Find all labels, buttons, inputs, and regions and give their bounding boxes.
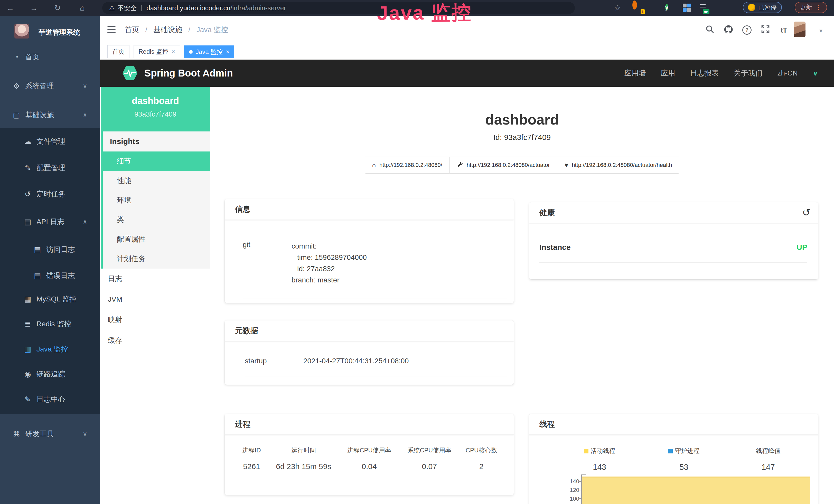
app-logo-row[interactable]: 芋道管理系统 [0, 20, 100, 45]
menu-item-metrics[interactable]: 性能 [103, 171, 210, 190]
sidebar-item-java-monitor[interactable]: ▥ Java 监控 [0, 336, 100, 362]
monitor-icon: ▢ [11, 102, 22, 128]
dashboard-icon: ◔ [11, 44, 22, 70]
locale-caret-icon[interactable]: ∨ [813, 69, 818, 77]
sidebar-item-home[interactable]: ◔ 首页 [0, 44, 100, 70]
sidebar-item-api-logs[interactable]: ▤ API 日志 ∧ [0, 209, 100, 235]
url-host: dashboard.yudao.iocoder.cn [147, 4, 231, 12]
menu-item-environment[interactable]: 环境 [103, 190, 210, 210]
address-bar[interactable]: ⚠ 不安全 dashboard.yudao.iocoder.cn/infra/a… [102, 2, 575, 14]
paused-label: 已暂停 [758, 3, 777, 12]
menu-item-details[interactable]: 细节 [101, 152, 210, 171]
menu-item-caches[interactable]: 缓存 [101, 330, 210, 351]
tick-mark [578, 489, 581, 490]
sba-nav-wallboard[interactable]: 应用墙 [624, 68, 646, 78]
home-icon[interactable]: ⌂ [74, 0, 90, 16]
sidebar-item-tracing[interactable]: ◉ 链路追踪 [0, 361, 100, 387]
metadata-key: startup [245, 357, 303, 365]
service-url-button[interactable]: ⌂ http://192.168.0.2:48080/ [365, 157, 450, 174]
health-instance-row: Instance UP [540, 223, 807, 263]
close-icon[interactable]: × [226, 48, 229, 55]
health-url: http://192.168.0.2:48080/actuator/health [572, 162, 672, 168]
daemon-threads-value: 53 [642, 463, 726, 472]
process-table-values: 5261 6d 23h 15m 59s 0.04 0.07 2 [233, 462, 506, 471]
top-navbar: 首页 / 基础设施 / Java 监控 ? tT ▾ [100, 16, 834, 44]
help-icon[interactable]: ? [741, 25, 752, 36]
process-table-header: 进程ID 运行时间 进程CPU使用率 系统CPU使用率 CPU核心数 [233, 446, 506, 455]
extension-pin-icon[interactable] [649, 3, 661, 13]
user-avatar[interactable] [794, 22, 806, 37]
github-icon[interactable] [723, 25, 734, 36]
health-url-button[interactable]: ♥ http://192.168.0.2:48080/actuator/heal… [557, 157, 679, 174]
menu-item-scheduled-tasks[interactable]: 计划任务 [103, 249, 210, 269]
sidebar-item-mysql-monitor[interactable]: ▦ MySQL 监控 [0, 286, 100, 312]
table-icon: ▦ [22, 286, 34, 312]
menu-item-classes[interactable]: 类 [103, 210, 210, 230]
tab-redis-monitor[interactable]: Redis 监控 × [134, 45, 180, 58]
log-icon: ▤ [22, 209, 34, 235]
sidebar-item-scheduled-tasks[interactable]: ↺ 定时任务 [0, 181, 100, 207]
sidebar-item-label: Java 监控 [37, 336, 68, 362]
extension-grid-icon[interactable] [681, 3, 693, 13]
legend-live-threads: 活动线程 [557, 447, 642, 455]
pencil-icon: ✎ [22, 386, 34, 412]
update-label: 更新 [800, 3, 812, 12]
log-icon: ▤ [32, 237, 43, 262]
hamburger-icon[interactable] [107, 26, 116, 34]
sba-nav-about[interactable]: 关于我们 [734, 68, 763, 78]
sidebar-item-config-mgmt[interactable]: ✎ 配置管理 [0, 155, 100, 181]
breadcrumb-infrastructure[interactable]: 基础设施 [153, 26, 182, 33]
sba-nav-journal[interactable]: 日志报表 [690, 68, 719, 78]
tab-java-monitor[interactable]: Java 监控 × [184, 45, 234, 58]
history-icon[interactable]: ↺ [802, 202, 810, 223]
sidebar-item-error-logs[interactable]: ▤ 错误日志 [0, 263, 100, 289]
tabs-bar: 首页 Redis 监控 × Java 监控 × [100, 44, 834, 59]
tab-home[interactable]: 首页 [107, 45, 129, 58]
metadata-row: startup 2021-04-27T00:44:31.254+08:00 [245, 342, 506, 376]
extension-puzzle-icon[interactable] [730, 3, 741, 13]
extension-colorzilla-icon[interactable]: 1 [632, 3, 644, 13]
browser-chrome: ← → ↻ ⌂ ⚠ 不安全 dashboard.yudao.iocoder.cn… [0, 0, 834, 16]
sidebar-item-dev-tools[interactable]: ⌘ 研发工具 ∨ [0, 421, 100, 447]
sba-nav-applications[interactable]: 应用 [661, 68, 675, 78]
paused-pill[interactable]: 已暂停 [743, 2, 782, 13]
health-row-label: Instance [540, 243, 571, 252]
update-button[interactable]: 更新 ⋮ [795, 2, 827, 13]
ytick-120: 120 [555, 487, 579, 494]
sidebar-item-file-mgmt[interactable]: ☁ 文件管理 [0, 129, 100, 154]
search-icon[interactable] [704, 25, 716, 36]
sba-locale-select[interactable]: zh-CN [777, 69, 798, 77]
instance-header[interactable]: dashboard 93a3fc7f7409 [101, 87, 210, 132]
fullscreen-icon[interactable] [760, 25, 771, 36]
extension-tampermonkey-icon[interactable]: on [697, 3, 708, 13]
back-icon[interactable]: ← [2, 0, 19, 16]
page: ← → ↻ ⌂ ⚠ 不安全 dashboard.yudao.iocoder.cn… [0, 0, 834, 504]
extension-sprout-icon[interactable] [714, 3, 725, 13]
menu-item-jvm[interactable]: JVM [101, 289, 210, 310]
val-process-cpu: 0.04 [336, 462, 402, 471]
font-size-icon[interactable]: tT [778, 25, 790, 36]
menu-item-config-props[interactable]: 配置属性 [103, 230, 210, 249]
sba-instance-sidebar: dashboard 93a3fc7f7409 Insights 细节 性能 环境… [101, 87, 210, 504]
kebab-menu-icon[interactable]: ⋮ [815, 4, 822, 12]
sidebar-item-system-mgmt[interactable]: ⚙ 系统管理 ∨ [0, 73, 100, 99]
close-icon[interactable]: × [171, 48, 175, 55]
sidebar-item-redis-monitor[interactable]: ≣ Redis 监控 [0, 311, 100, 337]
menu-item-mappings[interactable]: 映射 [101, 310, 210, 330]
extension-on-badge: on [703, 9, 709, 14]
chevron-down-icon: ∨ [83, 421, 87, 447]
actuator-url-button[interactable]: http://192.168.0.2:48080/actuator [449, 157, 557, 174]
avatar-caret-icon[interactable]: ▾ [819, 16, 822, 44]
reload-icon[interactable]: ↻ [49, 0, 66, 16]
menu-item-logs[interactable]: 日志 [101, 269, 210, 289]
sidebar-item-log-center[interactable]: ✎ 日志中心 [0, 386, 100, 412]
sidebar-item-access-logs[interactable]: ▤ 访问日志 [0, 237, 100, 262]
eye-icon: ◉ [22, 361, 34, 387]
breadcrumb-home[interactable]: 首页 [125, 26, 139, 33]
sidebar-item-infrastructure[interactable]: ▢ 基础设施 ∧ [0, 102, 100, 128]
spring-boot-admin-logo-icon [122, 65, 138, 83]
breadcrumb-java-monitor: Java 监控 [197, 26, 228, 33]
bookmark-star-icon[interactable]: ☆ [609, 0, 626, 16]
forward-icon[interactable]: → [26, 0, 42, 16]
extension-y-icon[interactable]: y [665, 3, 677, 13]
